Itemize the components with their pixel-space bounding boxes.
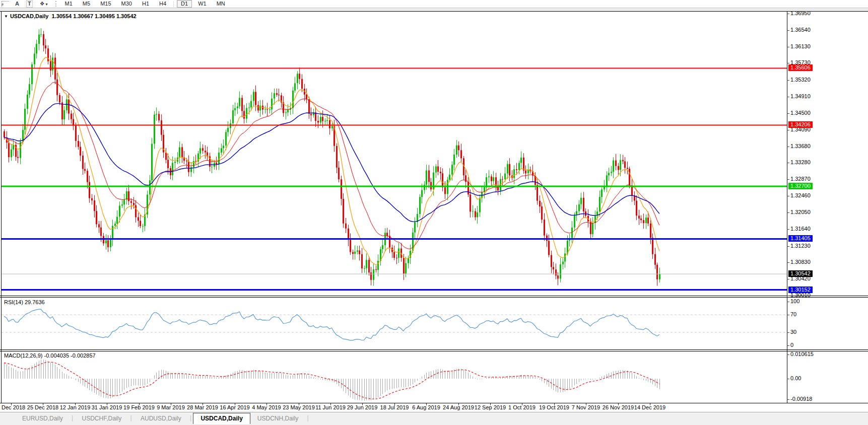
rsi-label: RSI(14) 29.7636 [4, 299, 45, 305]
candle-body [301, 79, 303, 89]
price-tick-label: 1.32870 [790, 176, 811, 182]
candle-body [234, 108, 236, 110]
candle-body [98, 224, 100, 227]
candle-body [24, 109, 26, 130]
rsi-tick-label: 70 [790, 311, 796, 317]
chart-tab-bar: EURUSD,Daily | USDCHF,Daily | AUDUSD,Dai… [0, 412, 868, 425]
date-label: 24 Aug 2019 [443, 404, 474, 410]
candle-body [504, 174, 506, 179]
rsi-panel[interactable] [2, 309, 787, 340]
candle-body [292, 91, 294, 108]
candle-body [560, 264, 561, 279]
candle-body [421, 190, 423, 197]
chart-tab-audusd[interactable]: AUDUSD,Daily [133, 413, 188, 424]
candle-body [509, 164, 510, 176]
macd-tick-label: -0.00918 [790, 396, 812, 402]
candle-body [507, 164, 508, 174]
candle-body [541, 206, 543, 220]
candle-body [601, 189, 603, 197]
candle-body [442, 173, 443, 187]
chart-title: ▼USDCAD,Daily 1.30554 1.30667 1.30495 1.… [4, 13, 137, 19]
candle-body [629, 169, 630, 185]
chart-canvas[interactable] [0, 0, 868, 425]
tab-separator: | [188, 412, 193, 421]
tab-row: EURUSD,Daily | USDCHF,Daily | AUDUSD,Dai… [15, 412, 310, 425]
date-label: 25 Dec 2018 [27, 404, 58, 410]
candle-body [647, 218, 649, 224]
candle-body [491, 177, 492, 181]
candle-body [396, 258, 397, 258]
main-price-panel[interactable] [2, 28, 787, 290]
price-tick [787, 296, 789, 296]
candle-body [126, 191, 127, 200]
candle-body [453, 155, 455, 165]
candle-body [456, 146, 457, 155]
candle-body [354, 252, 356, 254]
candle-body [110, 240, 111, 247]
candle-body [211, 167, 213, 167]
chart-tab-usdcnh[interactable]: USDCNH,Daily [250, 413, 305, 424]
candle-body [576, 211, 577, 215]
candle-body [151, 144, 153, 181]
candle-body [84, 169, 86, 171]
candle-body [237, 106, 238, 108]
price-tick [787, 163, 789, 163]
candle-body [105, 240, 107, 243]
candle-body [223, 146, 224, 148]
candle-body [227, 128, 229, 132]
chart-dropdown-icon[interactable]: ▼ [4, 14, 8, 19]
candle-body [656, 265, 658, 279]
macd-panel[interactable] [4, 360, 660, 401]
candle-body [138, 217, 139, 221]
date-label: 1 Oct 2019 [508, 404, 536, 410]
chart-tab-usdcad[interactable]: USDCAD,Daily [193, 413, 250, 424]
date-label: 29 Jun 2019 [347, 404, 378, 410]
candle-body [116, 217, 118, 224]
candle-body [555, 269, 557, 275]
candle-body [488, 177, 490, 178]
candle-body [158, 114, 160, 120]
candle-body [40, 34, 42, 35]
candle-body [103, 236, 104, 244]
candle-body [297, 74, 298, 83]
candle-body [622, 160, 624, 162]
candle-body [71, 114, 72, 119]
candle-body [285, 112, 287, 113]
candle-body [66, 99, 68, 110]
price-tick [787, 179, 789, 180]
candle-body [8, 143, 10, 157]
macd-tick [787, 399, 789, 400]
chart-tab-eurusd[interactable]: EURUSD,Daily [15, 413, 70, 424]
price-tick-label: 1.35320 [790, 77, 811, 83]
candle-body [133, 203, 135, 205]
mt4-window: F A T ❖▾ M1M5M15M30H1H4D1W1MN ▼USDCAD,Da… [0, 0, 868, 425]
rsi-tick-label: 0 [790, 342, 793, 348]
date-label: 11 Jun 2019 [315, 404, 346, 410]
chart-tab-usdchf[interactable]: USDCHF,Daily [75, 413, 128, 424]
candle-body [444, 187, 446, 194]
candle-body [82, 156, 84, 169]
candle-body [599, 197, 600, 211]
candle-body [61, 102, 63, 119]
candle-body [544, 220, 545, 236]
candle-body [551, 255, 552, 267]
candle-body [56, 80, 58, 95]
price-tick-label: 1.33680 [790, 143, 811, 149]
candle-body [310, 114, 312, 115]
candle-body [352, 252, 354, 254]
candle-body [246, 108, 247, 119]
candle-body [638, 216, 640, 219]
candle-body [29, 84, 30, 95]
candle-body [205, 151, 206, 152]
candle-body [583, 198, 584, 211]
candle-body [493, 177, 494, 181]
candle-body [516, 169, 517, 170]
candle-body [419, 197, 421, 214]
price-tick [787, 262, 789, 263]
candle-body [269, 109, 271, 110]
candle-body [645, 218, 647, 223]
candle-body [618, 166, 619, 170]
price-tick-label: 1.33280 [790, 159, 811, 165]
date-label: 28 Mar 2019 [187, 404, 218, 410]
candle-body [613, 161, 614, 172]
